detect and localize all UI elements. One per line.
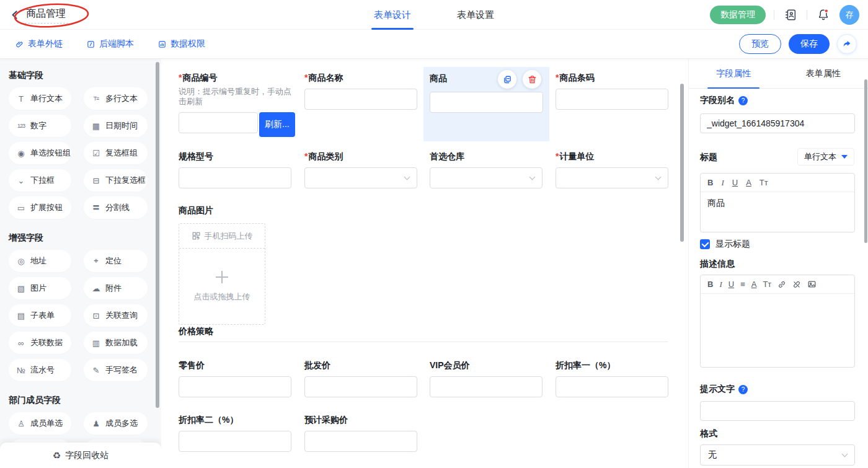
bold-button[interactable]: B bbox=[707, 280, 713, 289]
sidebar-item-checkbox-group[interactable]: ☑复选框组 bbox=[84, 142, 148, 164]
italic-button[interactable]: I bbox=[721, 178, 724, 188]
insert-link-icon[interactable] bbox=[777, 280, 786, 289]
field-spec-model[interactable]: 规格型号 bbox=[179, 151, 291, 188]
field-product-code[interactable]: *商品编号 说明：提示编号重复时，手动点击刷新 刷新... bbox=[179, 73, 291, 137]
help-icon[interactable]: ? bbox=[738, 96, 748, 105]
sidebar-item-datetime[interactable]: ▦日期时间 bbox=[84, 115, 148, 137]
data-manage-button[interactable]: 数据管理 bbox=[710, 6, 766, 24]
underline-button[interactable]: U bbox=[732, 178, 738, 187]
sidebar-item-data-load[interactable]: ▥数据加载 bbox=[84, 332, 148, 354]
sidebar-item-number[interactable]: 123数字 bbox=[9, 115, 71, 137]
field-wholesale-price[interactable]: 批发价 bbox=[304, 360, 417, 397]
sidebar-item-extend-button[interactable]: ▭扩展按钮 bbox=[9, 196, 71, 219]
unit-select[interactable] bbox=[556, 167, 668, 188]
copy-field-button[interactable] bbox=[498, 70, 516, 89]
delete-field-button[interactable] bbox=[523, 70, 541, 89]
field-discount-rate-1[interactable]: 折扣率一（%） bbox=[556, 360, 668, 397]
refresh-button[interactable]: 刷新... bbox=[259, 112, 295, 137]
data-permission-link[interactable]: 数据权限 bbox=[157, 38, 205, 50]
sidebar-item-linked-query[interactable]: ⊡关联查询 bbox=[84, 304, 148, 327]
sidebar-item-attachment[interactable]: ☁附件 bbox=[84, 277, 148, 299]
sidebar-item-member-single[interactable]: ♙成员单选 bbox=[9, 412, 71, 435]
form-external-link[interactable]: 表单外链 bbox=[15, 38, 63, 50]
field-alias-input[interactable] bbox=[700, 113, 855, 133]
tab-form-properties[interactable]: 表单属性 bbox=[779, 59, 868, 88]
field-barcode[interactable]: *商品条码 bbox=[556, 73, 668, 110]
font-size-button[interactable]: Tᴛ bbox=[760, 178, 768, 187]
product-name-input[interactable] bbox=[304, 89, 417, 110]
form-title[interactable]: 商品管理 bbox=[25, 6, 68, 24]
sidebar-item-multi-select[interactable]: ⊟下拉复选框 bbox=[84, 169, 148, 192]
panel-scrollbar[interactable] bbox=[864, 79, 867, 243]
sidebar-item-image[interactable]: ▧图片 bbox=[9, 277, 71, 299]
share-button[interactable] bbox=[837, 34, 857, 54]
tab-form-design[interactable]: 表单设计 bbox=[374, 0, 411, 30]
tab-field-properties[interactable]: 字段属性 bbox=[689, 59, 779, 88]
sidebar-item-location[interactable]: ⌖定位 bbox=[84, 250, 148, 272]
contacts-icon[interactable] bbox=[782, 7, 799, 23]
form-design-canvas[interactable]: *商品编号 说明：提示编号重复时，手动点击刷新 刷新... *商品名称 商品 *… bbox=[161, 59, 687, 468]
sidebar-item-signature[interactable]: ✎手写签名 bbox=[84, 359, 148, 381]
hint-text-input[interactable] bbox=[700, 401, 855, 421]
format-select[interactable]: 无 bbox=[700, 444, 855, 466]
sidebar-scrollbar[interactable] bbox=[156, 62, 159, 408]
field-vip-price[interactable]: VIP会员价 bbox=[430, 360, 542, 397]
discount-rate-2-input[interactable] bbox=[179, 431, 291, 452]
field-product-category[interactable]: *商品类别 bbox=[304, 151, 417, 188]
description-rich-editor[interactable]: B I U ≡ A Tᴛ bbox=[700, 275, 855, 368]
bold-button[interactable]: B bbox=[707, 178, 713, 187]
description-editor-content[interactable] bbox=[701, 294, 854, 305]
italic-button[interactable]: I bbox=[719, 280, 722, 289]
save-button[interactable]: 保存 bbox=[789, 34, 830, 54]
sidebar-item-single-line-text[interactable]: T单行文本 bbox=[9, 87, 71, 110]
sidebar-item-address[interactable]: ◎地址 bbox=[9, 250, 71, 272]
wholesale-price-input[interactable] bbox=[304, 376, 417, 397]
product-code-input[interactable] bbox=[179, 112, 258, 133]
font-size-button[interactable]: Tᴛ bbox=[763, 280, 771, 289]
product-category-select[interactable] bbox=[304, 167, 417, 188]
retail-price-input[interactable] bbox=[179, 376, 291, 397]
show-title-checkbox-row[interactable]: 显示标题 bbox=[700, 239, 750, 250]
user-avatar[interactable]: 存 bbox=[839, 5, 859, 25]
divider-price-strategy[interactable]: 价格策略 bbox=[179, 326, 668, 342]
barcode-input[interactable] bbox=[556, 89, 668, 110]
insert-image-icon[interactable] bbox=[807, 280, 817, 289]
field-preferred-warehouse[interactable]: 首选仓库 bbox=[430, 151, 542, 188]
field-expected-purchase-price[interactable]: 预计采购价 bbox=[304, 415, 417, 452]
font-color-button[interactable]: A bbox=[746, 178, 751, 187]
product-input[interactable] bbox=[430, 92, 543, 113]
sidebar-item-member-multi[interactable]: ♟成员多选 bbox=[84, 412, 148, 435]
notification-bell-icon[interactable] bbox=[815, 7, 831, 23]
checkbox-checked-icon[interactable] bbox=[700, 239, 710, 249]
field-type-dropdown[interactable]: 单行文本 bbox=[797, 148, 854, 166]
sidebar-item-serial-number[interactable]: №流水号 bbox=[9, 359, 71, 381]
font-color-button[interactable]: A bbox=[751, 280, 757, 289]
sidebar-item-subform[interactable]: ▤子表单 bbox=[9, 304, 71, 327]
discount-rate-1-input[interactable] bbox=[556, 376, 668, 397]
back-icon[interactable] bbox=[10, 10, 20, 20]
scan-upload-button[interactable]: 手机扫码上传 bbox=[179, 224, 265, 249]
spec-model-input[interactable] bbox=[179, 167, 291, 188]
backend-script-link[interactable]: 后端脚本 bbox=[86, 38, 134, 50]
expected-purchase-price-input[interactable] bbox=[304, 431, 417, 452]
field-product-image[interactable]: 商品图片 手机扫码上传 点击或拖拽上传 bbox=[179, 205, 291, 325]
tab-form-settings[interactable]: 表单设置 bbox=[457, 0, 494, 30]
preferred-warehouse-select[interactable] bbox=[430, 167, 542, 188]
field-recycle-bin[interactable]: ♻ 字段回收站 bbox=[0, 443, 161, 468]
title-rich-editor[interactable]: B I U A Tᴛ 商品 bbox=[700, 173, 855, 232]
sidebar-item-multi-line-text[interactable]: T≡多行文本 bbox=[84, 87, 148, 110]
preview-button[interactable]: 预览 bbox=[739, 34, 781, 54]
align-button[interactable]: ≡ bbox=[740, 280, 745, 289]
sidebar-item-select[interactable]: ⌄下拉框 bbox=[9, 169, 71, 192]
sidebar-item-linked-data[interactable]: ∞关联数据 bbox=[9, 332, 71, 354]
field-product-selected[interactable]: 商品 bbox=[423, 67, 549, 141]
field-unit[interactable]: *计量单位 bbox=[556, 151, 668, 188]
remove-link-icon[interactable] bbox=[792, 280, 801, 289]
click-drag-upload-area[interactable]: 点击或拖拽上传 bbox=[179, 249, 265, 324]
sidebar-item-radio-group[interactable]: ◉单选按钮组 bbox=[9, 142, 71, 164]
field-discount-rate-2[interactable]: 折扣率二（%） bbox=[179, 415, 291, 452]
title-editor-content[interactable]: 商品 bbox=[701, 192, 854, 214]
vip-price-input[interactable] bbox=[430, 376, 542, 397]
help-icon[interactable]: ? bbox=[738, 385, 748, 394]
field-product-name[interactable]: *商品名称 bbox=[304, 73, 417, 110]
